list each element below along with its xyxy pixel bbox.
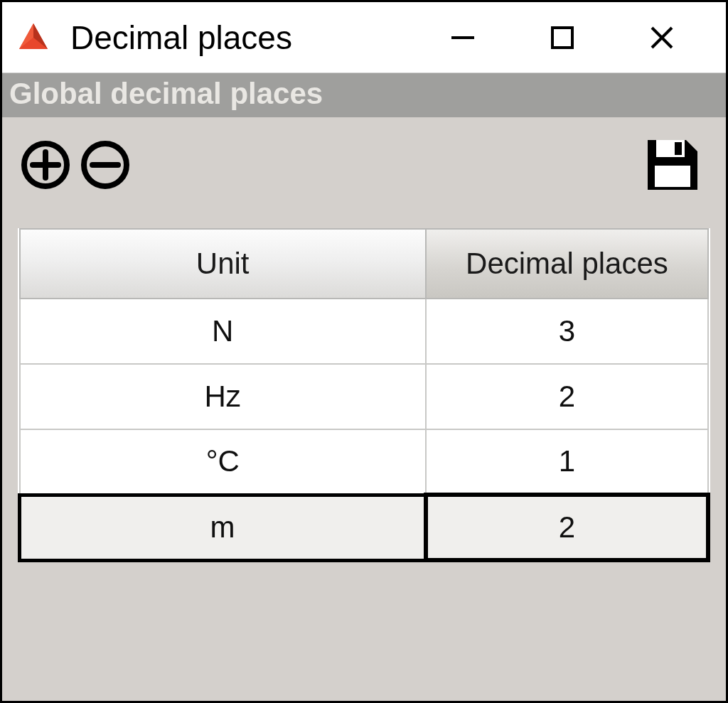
table-row[interactable]: m 2: [20, 495, 709, 560]
cell-unit[interactable]: m: [20, 495, 426, 560]
svg-rect-14: [675, 142, 682, 155]
cell-decimals[interactable]: 3: [426, 299, 708, 364]
svg-rect-15: [655, 166, 690, 187]
titlebar: Decimal places: [2, 2, 726, 73]
decimal-places-table: Unit Decimal places N 3 Hz 2 °C 1: [18, 228, 710, 562]
table-row[interactable]: °C 1: [20, 429, 709, 495]
toolbar: [2, 117, 726, 204]
column-header-unit[interactable]: Unit: [20, 229, 426, 299]
panel-header: Global decimal places: [2, 73, 726, 117]
window: Decimal places Global decimal places: [0, 0, 728, 703]
maximize-button[interactable]: [513, 2, 612, 73]
table-header-row: Unit Decimal places: [20, 229, 709, 299]
table-row[interactable]: Hz 2: [20, 364, 709, 429]
close-button[interactable]: [612, 2, 712, 73]
cell-unit[interactable]: N: [20, 299, 426, 364]
add-button[interactable]: [18, 137, 73, 193]
app-logo-icon: [16, 21, 50, 55]
window-title: Decimal places: [70, 18, 413, 57]
cell-decimals[interactable]: 2: [426, 364, 708, 429]
minimize-button[interactable]: [413, 2, 513, 73]
cell-unit[interactable]: Hz: [20, 364, 426, 429]
remove-button[interactable]: [77, 137, 133, 193]
cell-decimals[interactable]: 1: [426, 429, 708, 495]
column-header-decimals[interactable]: Decimal places: [426, 229, 708, 299]
table-container: Unit Decimal places N 3 Hz 2 °C 1: [2, 204, 726, 562]
save-button[interactable]: [641, 133, 705, 197]
cell-unit[interactable]: °C: [20, 429, 426, 495]
table-row[interactable]: N 3: [20, 299, 709, 364]
window-controls: [413, 2, 712, 73]
cell-decimals[interactable]: 2: [426, 495, 708, 560]
svg-rect-5: [552, 28, 572, 48]
